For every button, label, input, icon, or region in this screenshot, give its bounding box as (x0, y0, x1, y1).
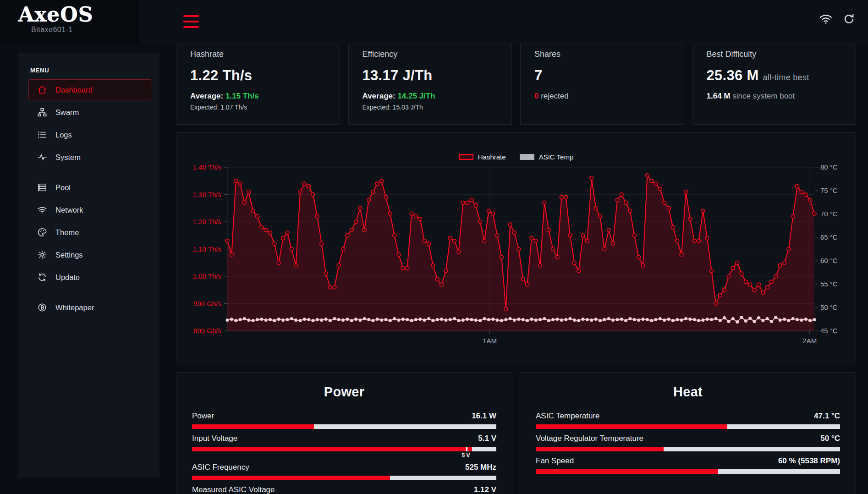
swarm-icon (37, 107, 47, 117)
rejected-label: rejected (541, 92, 568, 100)
pool-icon (37, 182, 47, 192)
sidebar-menu: DashboardSwarmLogsSystemPoolNetworkTheme… (18, 79, 159, 318)
svg-text:70 °C: 70 °C (820, 210, 838, 218)
sidebar-item-logs[interactable]: Logs (28, 124, 152, 145)
sidebar-item-swarm[interactable]: Swarm (28, 102, 152, 123)
best-difficulty-label: Best Difficulty (707, 49, 842, 59)
svg-text:1.40 Th/s: 1.40 Th/s (193, 163, 221, 171)
shares-label: Shares (534, 49, 670, 59)
progress-bar (192, 424, 496, 429)
whitepaper-icon (37, 302, 47, 313)
sidebar-item-label: Logs (55, 131, 72, 139)
system-icon (37, 152, 47, 162)
heat-row-2: Fan Speed60 % (5538 RPM) (536, 456, 840, 474)
sidebar-item-label: Theme (55, 228, 79, 237)
sidebar-item-whitepaper[interactable]: Whitepaper (28, 297, 152, 318)
svg-text:55 °C: 55 °C (820, 280, 838, 288)
stats-row: Hashrate 1.22 Th/s Average: 1.15 Th/s Ex… (176, 44, 856, 125)
sidebar-item-label: Whitepaper (55, 303, 94, 312)
svg-text:800 Gh/s: 800 Gh/s (193, 327, 221, 335)
sidebar-item-label: Pool (55, 183, 71, 192)
progress-fill (536, 469, 718, 474)
svg-text:75 °C: 75 °C (820, 187, 838, 194)
sidebar-item-system[interactable]: System (28, 147, 152, 168)
svg-text:2AM: 2AM (802, 337, 817, 345)
progress-fill (192, 447, 472, 451)
nominal-marker-label: 5 V (462, 452, 470, 459)
progress-bar (536, 447, 840, 451)
network-icon (37, 205, 47, 215)
svg-text:50 °C: 50 °C (820, 303, 838, 311)
nominal-marker (466, 447, 467, 451)
best-difficulty-note: all-time best (763, 73, 809, 82)
best-difficulty-value: 25.36 M all-time best (707, 67, 842, 84)
sidebar: MENU DashboardSwarmLogsSystemPoolNetwork… (18, 53, 159, 478)
rejected-count: 0 (534, 92, 538, 100)
sidebar-item-pool[interactable]: Pool (28, 177, 152, 198)
svg-text:1.20 Th/s: 1.20 Th/s (193, 218, 221, 225)
best-difficulty-secondary: 1.64 M since system boot (707, 92, 842, 101)
power-row-3: Measured ASIC Voltage1.12 V (192, 485, 496, 494)
average-label: Average: (190, 92, 223, 100)
svg-text:60 °C: 60 °C (820, 257, 838, 264)
bottom-row: Power Power16.1 WInput Voltage5.1 V5 VAS… (176, 372, 856, 494)
svg-text:1.30 Th/s: 1.30 Th/s (193, 191, 221, 198)
sidebar-item-settings[interactable]: Settings (28, 244, 152, 265)
hashrate-label: Hashrate (190, 49, 326, 59)
heat-title: Heat (536, 384, 840, 400)
hashrate-chart-panel: Hashrate ASIC Temp 1.40 Th/s1.30 Th/s1.2… (176, 132, 856, 364)
menu-heading: MENU (30, 67, 159, 74)
progress-bar (192, 476, 496, 480)
sidebar-item-update[interactable]: Update (28, 267, 152, 288)
power-title: Power (192, 384, 496, 400)
efficiency-value: 13.17 J/Th (363, 67, 498, 84)
progress-bar (536, 424, 840, 429)
heat-row-0: ASIC Temperature47.1 °C (536, 412, 840, 429)
metric-value: 50 °C (820, 434, 840, 443)
metric-label: Voltage Regulator Temperature (536, 434, 643, 443)
metric-label: Measured ASIC Voltage (192, 485, 275, 494)
progress-bar (536, 469, 840, 474)
heat-card: Heat ASIC Temperature47.1 °CVoltage Regu… (520, 372, 856, 494)
efficiency-label: Efficiency (363, 49, 498, 59)
efficiency-card: Efficiency 13.17 J/Th Average: 14.25 J/T… (348, 44, 512, 125)
sidebar-item-label: Update (55, 273, 80, 282)
secondary-value: 1.64 M (707, 92, 731, 100)
progress-fill (192, 424, 314, 429)
home-icon (37, 85, 47, 95)
sidebar-item-dashboard[interactable]: Dashboard (28, 79, 152, 100)
refresh-icon[interactable] (843, 13, 855, 25)
metric-value: 60 % (5538 RPM) (778, 456, 840, 466)
metric-value: 16.1 W (472, 412, 496, 421)
average-value: 1.15 Th/s (225, 92, 259, 100)
logo-block: AxeOS Bitaxe601-1 (0, 0, 139, 43)
sidebar-item-label: Network (55, 206, 83, 214)
metric-value: 5.1 V (478, 434, 496, 443)
svg-text:80 °C: 80 °C (820, 163, 838, 171)
metric-value: 1.12 V (474, 485, 496, 494)
topbar: AxeOS Bitaxe601-1 (0, 0, 868, 43)
sidebar-item-label: Settings (55, 251, 83, 259)
shares-value: 7 (534, 67, 670, 84)
hashrate-expected: Expected: 1.07 Th/s (190, 104, 326, 111)
hamburger-icon[interactable] (183, 15, 199, 28)
progress-fill (192, 476, 390, 480)
power-row-0: Power16.1 W (192, 412, 496, 429)
hashrate-average: Average: 1.15 Th/s (190, 92, 326, 101)
power-rows: Power16.1 WInput Voltage5.1 V5 VASIC Fre… (192, 412, 496, 494)
metric-label: ASIC Temperature (536, 412, 600, 421)
logs-icon (37, 130, 47, 140)
svg-text:45 °C: 45 °C (820, 327, 838, 335)
metric-label: ASIC Frequency (192, 463, 249, 472)
metric-label: Fan Speed (536, 456, 574, 466)
app-logo: AxeOS (18, 5, 139, 25)
power-card: Power Power16.1 WInput Voltage5.1 V5 VAS… (176, 372, 512, 494)
sidebar-item-theme[interactable]: Theme (28, 222, 152, 243)
heat-rows: ASIC Temperature47.1 °CVoltage Regulator… (536, 412, 840, 474)
shares-rejected: 0 rejected (534, 92, 670, 101)
topbar-icons (819, 12, 855, 26)
metric-value: 525 MHz (465, 463, 496, 472)
sidebar-item-network[interactable]: Network (28, 199, 152, 220)
metric-value: 47.1 °C (814, 412, 840, 421)
progress-bar: 5 V (192, 447, 496, 451)
